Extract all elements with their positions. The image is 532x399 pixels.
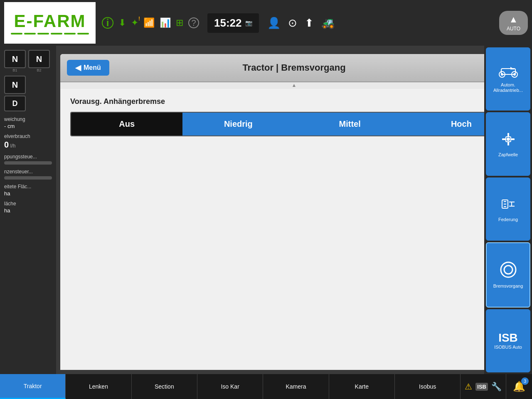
info-icon: i — [102, 17, 113, 29]
federung-icon — [500, 196, 517, 215]
person-icon[interactable]: 👤 — [267, 17, 281, 30]
speedometer-icon[interactable]: ⊙ — [288, 17, 297, 30]
bremsvorgang-icon — [499, 261, 517, 282]
help-icon[interactable]: ? — [188, 17, 199, 28]
warning-triangle-icon: ⚠ — [465, 382, 472, 392]
svg-rect-8 — [502, 138, 505, 140]
brake-selector: Aus Niedrig Mittel Hoch — [70, 112, 518, 136]
allrad-button[interactable]: Autom. Allradantrieb... — [486, 47, 530, 111]
main-content: ◀ Menü Tractor | Bremsvorgang × ▲ Voraus… — [56, 46, 532, 374]
wifi-icon: 📶 — [143, 17, 155, 28]
allrad-icon — [498, 65, 519, 81]
menu-up-icon[interactable]: ⬆ — [305, 17, 314, 30]
brake-section-label: Vorausg. Anhängerbremse — [70, 97, 518, 106]
svg-rect-10 — [507, 133, 509, 136]
clock-time: 15:22 — [214, 17, 242, 30]
zapfwelle-label: Zapfwelle — [498, 152, 518, 158]
field-value: ha — [4, 207, 52, 214]
nav-arrow-icon: ▲ — [509, 14, 518, 25]
boundary-slider — [4, 176, 52, 180]
menu-label: Menü — [84, 64, 101, 71]
svg-point-20 — [504, 266, 512, 274]
chevron-left-icon: ◀ — [75, 63, 81, 72]
consumption-value: 0 l/h — [4, 140, 52, 150]
federung-label: Federung — [498, 217, 518, 222]
zapfwelle-button[interactable]: Zapfwelle — [486, 112, 530, 175]
dialog-panel: ◀ Menü Tractor | Bremsvorgang × ▲ Voraus… — [60, 54, 528, 370]
satellite-icon: ✦ ! — [131, 17, 138, 28]
brake-option-aus[interactable]: Aus — [71, 113, 182, 135]
logo-text: E-FARM — [14, 11, 86, 31]
isb-text: ISB — [498, 331, 518, 345]
gear-label-b2: B2 — [37, 68, 41, 72]
time-display: 15:22 📷 — [207, 13, 259, 33]
area-label: eitete Fläc... — [4, 184, 52, 190]
isobus-button[interactable]: ISB ISOBUS Auto — [486, 309, 530, 372]
topbar-right-icons: 👤 ⊙ ⬆ 🚜 — [267, 17, 335, 30]
gear-box-n1: N — [4, 50, 26, 68]
dialog-title: Tractor | Bremsvorgang — [242, 62, 345, 73]
status-icons: ⚠ ISB 🔧 — [461, 374, 506, 399]
allrad-label: Autom. Allradantrieb... — [488, 82, 528, 93]
deviation-label: weichung — [4, 116, 52, 122]
svg-point-7 — [507, 138, 510, 141]
menu-button[interactable]: ◀ Menü — [67, 60, 109, 76]
topbar: E-FARM i ⬇ ✦ ! 📶 📊 ⊞ ? 15:22 📷 — [0, 0, 532, 46]
bell-badge: 3 — [521, 377, 529, 385]
signal-icon: 📊 — [160, 17, 171, 28]
federung-button[interactable]: Federung — [486, 177, 530, 241]
logo-area: E-FARM — [4, 2, 96, 44]
brake-option-niedrig[interactable]: Niedrig — [182, 113, 294, 135]
svg-point-19 — [501, 262, 516, 277]
tab-lenken[interactable]: Lenken — [66, 374, 131, 399]
isobus-label: ISOBUS Auto — [494, 345, 522, 350]
consumption-label: elverbrauch — [4, 133, 52, 139]
scroll-up-indicator: ▲ — [60, 82, 528, 89]
deviation-value: - cm — [4, 123, 52, 129]
zapfwelle-icon — [500, 131, 517, 150]
tractor-icon[interactable]: 🚜 — [321, 17, 335, 30]
boundary-label: nzensteuer... — [4, 169, 52, 175]
tool-icon: 🔧 — [491, 382, 502, 392]
auto-label: AUTO — [507, 26, 520, 32]
tab-karte[interactable]: Karte — [329, 374, 395, 399]
auto-button[interactable]: ▲ AUTO — [499, 11, 528, 35]
field-label: läche — [4, 201, 52, 207]
dialog-header: ◀ Menü Tractor | Bremsvorgang × — [60, 54, 528, 82]
gear-box-d: D — [4, 96, 26, 111]
dialog-body: Vorausg. Anhängerbremse Aus Niedrig Mitt… — [60, 89, 528, 370]
tab-iso-kar[interactable]: Iso Kar — [197, 374, 263, 399]
notification-bell[interactable]: 🔔 3 — [506, 374, 532, 399]
gear-box-n3: N — [4, 76, 26, 94]
isb-status-icon: ISB — [475, 383, 488, 391]
bremsvorgang-button[interactable]: Bremsvorgang — [486, 242, 530, 307]
tab-isobus[interactable]: Isobus — [395, 374, 461, 399]
tab-traktor[interactable]: Traktor — [0, 374, 66, 399]
svg-rect-11 — [507, 142, 509, 145]
brake-option-mittel[interactable]: Mittel — [294, 113, 406, 135]
coupling-slider — [4, 161, 52, 165]
topbar-icons: i ⬇ ✦ ! 📶 📊 ⊞ ? — [102, 17, 199, 29]
tab-kamera[interactable]: Kamera — [263, 374, 329, 399]
right-sidebar: Autom. Allradantrieb... Zapfwelle — [484, 46, 532, 374]
grid-icon: ⊞ — [176, 17, 183, 28]
bremsvorgang-label: Bremsvorgang — [493, 283, 523, 289]
download-icon: ⬇ — [118, 17, 126, 28]
coupling-label: ppungssteue... — [4, 154, 52, 160]
gear-box-n2: N — [28, 50, 50, 68]
camera-icon: 📷 — [245, 20, 252, 26]
left-sidebar: N B1 N B2 N D weichung - cm elverbrauch … — [0, 46, 56, 374]
gear-row-top: N B1 N B2 — [4, 50, 52, 72]
bottom-bar: Traktor Lenken Section Iso Kar Kamera Ka… — [0, 374, 532, 399]
area-value: ha — [4, 190, 52, 197]
svg-rect-9 — [511, 138, 515, 140]
gear-label-b1: B1 — [12, 68, 17, 72]
tab-section[interactable]: Section — [132, 374, 197, 399]
